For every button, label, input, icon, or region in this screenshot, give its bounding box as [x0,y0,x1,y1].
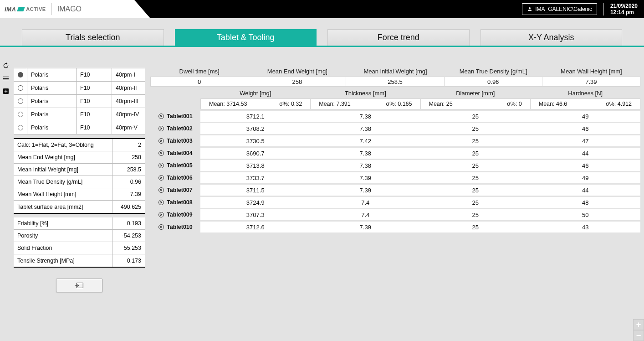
row-label[interactable]: ×Tablet010 [150,222,200,232]
trial-list: PolarisF1040rpm-IPolarisF1040rpm-IIPolar… [14,68,145,134]
param-row: Mean End Weight [mg]258 [14,151,145,164]
data-rows: ×Tablet0013712.17.382549×Tablet0023708.2… [150,111,640,234]
trial-name: Polaris [27,68,77,81]
expand-icon[interactable]: × [158,126,164,131]
zoom-out-button[interactable]: − [633,330,644,341]
sigma-label: σ%: 0.165 [365,99,420,109]
table-cell: 3730.5 [200,135,311,146]
param-row: Mean Wall Height [mm]7.39 [14,188,145,201]
row-label[interactable]: ×Tablet009 [150,209,200,220]
measure-stat-cell: Mean: 46.6σ%: 4.912 [531,98,640,109]
content: PolarisF1040rpm-IPolarisF1040rpm-IIPolar… [0,47,644,292]
table-cell: 7.39 [311,222,421,232]
left-panel: PolarisF1040rpm-IPolarisF1040rpm-IIPolar… [12,47,145,292]
param-row: Calc: 1=Flat, 2=Fat, 3=Oblong2 [14,139,145,151]
trial-variant: 40rpm-II [112,82,145,94]
measure-header-row: Weight [mg]Thickness [mm]Diameter [mm]Ha… [150,88,640,98]
tabs: Trials selectionTablet & ToolingForce tr… [0,18,644,47]
flash-icon [17,7,26,11]
trial-row[interactable]: PolarisF1040rpm-II [14,82,145,95]
trial-row[interactable]: PolarisF1040rpm-I [14,68,145,82]
table-row: ×Tablet0023708.27.382546 [150,123,640,135]
expand-icon[interactable]: × [158,212,164,217]
param-label: Mean End Weight [mg] [14,154,112,160]
tab-x-y-analysis[interactable]: X-Y Analysis [480,29,623,46]
table-cell: 49 [531,172,641,183]
table-cell: 7.38 [311,123,421,134]
param-label: Porosity [14,232,112,239]
summary-col: Mean End Weight [mg]258 [248,68,346,87]
mean-label: Mean: 7.391 [311,99,365,109]
param-value: 258.5 [112,164,145,176]
row-label[interactable]: ×Tablet004 [150,148,200,159]
table-cell: 44 [531,185,641,196]
expand-icon[interactable]: × [158,187,164,193]
row-label[interactable]: ×Tablet005 [150,160,200,171]
zoom-in-button[interactable]: + [633,319,644,330]
tab-trials-selection[interactable]: Trials selection [22,29,164,46]
summary-head: Mean True Density [g/mL] [445,68,542,77]
row-label[interactable]: ×Tablet003 [150,135,200,146]
param-row: Solid Fraction55.253 [14,242,145,254]
topbar-divider [603,3,604,16]
list-icon[interactable] [2,74,10,83]
user-label: IMA_GALENIC\Galenic [535,6,592,12]
table-row: ×Tablet0093707.37.42550 [150,209,640,222]
expand-icon[interactable]: × [158,138,164,144]
trial-radio[interactable] [14,68,27,81]
trial-row[interactable]: PolarisF1040rpm-IV [14,108,145,121]
row-label[interactable]: ×Tablet002 [150,123,200,134]
param-row: Friability [%]0.193 [14,217,145,230]
expand-icon[interactable]: × [158,200,164,205]
table-cell: 44 [531,148,641,159]
expand-icon[interactable]: × [158,163,164,168]
expand-icon[interactable]: × [158,175,164,181]
tab-force-trend[interactable]: Force trend [327,29,470,46]
table-cell: 3712.6 [200,222,311,232]
expand-icon[interactable]: × [158,114,164,119]
measure-stat-cell: Mean: 7.391σ%: 0.165 [311,98,420,109]
table-cell: 3690.7 [200,148,311,159]
summary-col: Mean Initial Weight [mg]258.5 [346,68,444,87]
trial-radio[interactable] [14,82,27,94]
side-toolbar [0,47,12,292]
table-row: ×Tablet0013712.17.382549 [150,111,640,123]
table-cell: 25 [420,148,531,159]
table-cell: 7.38 [311,111,421,122]
expand-icon[interactable]: × [158,150,164,156]
summary-head: Mean End Weight [mg] [248,68,346,77]
table-cell: 46 [531,160,641,171]
user-button[interactable]: IMA_GALENIC\Galenic [522,3,597,15]
trial-radio[interactable] [14,108,27,121]
trial-name: Polaris [27,82,77,94]
row-label[interactable]: ×Tablet001 [150,111,200,122]
brand-separator [51,3,52,15]
trial-radio[interactable] [14,95,27,108]
mean-label: Mean: 3714.53 [201,99,256,109]
expand-icon[interactable]: × [158,224,164,230]
trial-row[interactable]: PolarisF1040rpm-V [14,121,145,134]
refresh-icon[interactable] [2,62,10,70]
export-icon [74,281,84,289]
table-row: ×Tablet0053713.87.382546 [150,160,640,172]
param-row: Mean Initial Weight [mg]258.5 [14,164,145,176]
param-value: 0.96 [112,176,145,188]
table-cell: 3713.8 [200,160,311,171]
table-cell: 46 [531,123,641,134]
trial-variant: 40rpm-V [112,121,145,134]
trial-code: F10 [77,82,112,94]
trial-row[interactable]: PolarisF1040rpm-III [14,95,145,108]
measure-head: Hardness [N] [531,88,641,98]
row-label[interactable]: ×Tablet008 [150,197,200,208]
zoom-controls: + − [633,319,644,341]
add-panel-icon[interactable] [2,87,10,95]
param-list-a: Calc: 1=Flat, 2=Fat, 3=Oblong2Mean End W… [14,138,145,214]
export-button[interactable] [56,279,102,292]
param-value: 490.625 [112,201,145,213]
trial-radio[interactable] [14,121,27,134]
tab-tablet-tooling[interactable]: Tablet & Tooling [175,29,317,46]
row-label[interactable]: ×Tablet006 [150,172,200,183]
row-label[interactable]: ×Tablet007 [150,185,200,196]
user-icon [527,6,532,12]
summary-col: Mean True Density [g/mL]0.96 [445,68,542,87]
